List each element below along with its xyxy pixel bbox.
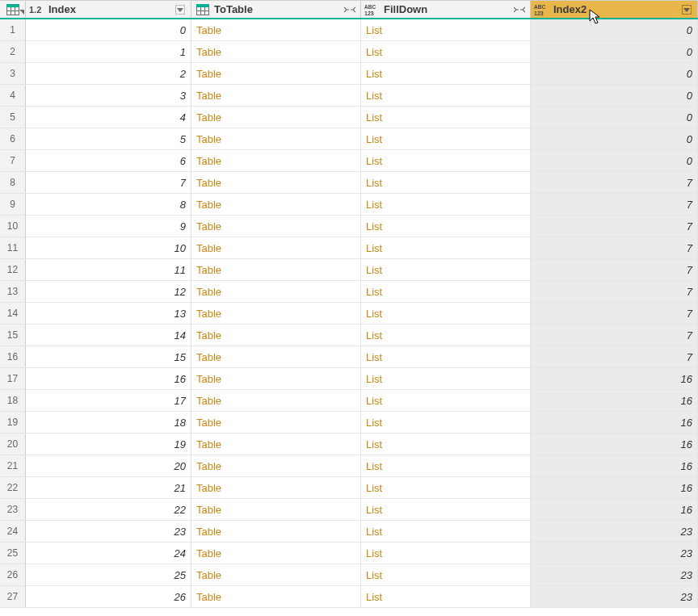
- cell-index[interactable]: 6: [26, 150, 191, 171]
- cell-totable[interactable]: Table: [191, 281, 361, 302]
- cell-index2[interactable]: 23: [531, 586, 698, 607]
- cell-filldown[interactable]: List: [361, 368, 531, 389]
- cell-index[interactable]: 10: [26, 237, 191, 258]
- table-row[interactable]: 1817TableList16: [0, 390, 698, 412]
- cell-filldown[interactable]: List: [361, 281, 531, 302]
- cell-filldown[interactable]: List: [361, 521, 531, 542]
- table-row[interactable]: 2726TableList23: [0, 586, 698, 608]
- table-row[interactable]: 98TableList7: [0, 194, 698, 216]
- filter-dropdown-button[interactable]: [679, 2, 694, 17]
- cell-index2[interactable]: 7: [531, 216, 698, 237]
- cell-filldown[interactable]: List: [361, 325, 531, 346]
- row-number[interactable]: 22: [0, 477, 26, 498]
- column-header-filldown[interactable]: ABC 123 FillDown: [361, 0, 531, 18]
- cell-totable[interactable]: Table: [191, 325, 361, 346]
- cell-filldown[interactable]: List: [361, 303, 531, 324]
- cell-index2[interactable]: 23: [531, 543, 698, 564]
- row-number[interactable]: 5: [0, 107, 26, 128]
- cell-totable[interactable]: Table: [191, 455, 361, 476]
- cell-index2[interactable]: 7: [531, 172, 698, 193]
- table-row[interactable]: 1716TableList16: [0, 368, 698, 390]
- row-number[interactable]: 25: [0, 543, 26, 564]
- row-number[interactable]: 13: [0, 281, 26, 302]
- table-row[interactable]: 2120TableList16: [0, 455, 698, 477]
- cell-totable[interactable]: Table: [191, 107, 361, 128]
- cell-index[interactable]: 3: [26, 85, 191, 106]
- cell-index[interactable]: 14: [26, 325, 191, 346]
- row-number[interactable]: 21: [0, 455, 26, 476]
- cell-totable[interactable]: Table: [191, 19, 361, 40]
- row-number[interactable]: 4: [0, 85, 26, 106]
- cell-filldown[interactable]: List: [361, 63, 531, 84]
- cell-totable[interactable]: Table: [191, 303, 361, 324]
- row-number[interactable]: 11: [0, 237, 26, 258]
- cell-index2[interactable]: 0: [531, 63, 698, 84]
- cell-index[interactable]: 7: [26, 172, 191, 193]
- cell-totable[interactable]: Table: [191, 41, 361, 62]
- cell-index2[interactable]: 7: [531, 303, 698, 324]
- row-number[interactable]: 23: [0, 499, 26, 520]
- cell-filldown[interactable]: List: [361, 41, 531, 62]
- cell-filldown[interactable]: List: [361, 543, 531, 564]
- row-number[interactable]: 7: [0, 150, 26, 171]
- table-row[interactable]: 2221TableList16: [0, 477, 698, 499]
- row-number[interactable]: 9: [0, 194, 26, 215]
- cell-index2[interactable]: 0: [531, 19, 698, 40]
- cell-index2[interactable]: 7: [531, 259, 698, 280]
- cell-totable[interactable]: Table: [191, 150, 361, 171]
- cell-filldown[interactable]: List: [361, 107, 531, 128]
- cell-totable[interactable]: Table: [191, 216, 361, 237]
- cell-index[interactable]: 0: [26, 19, 191, 40]
- cell-totable[interactable]: Table: [191, 390, 361, 411]
- cell-filldown[interactable]: List: [361, 128, 531, 149]
- cell-index[interactable]: 5: [26, 128, 191, 149]
- table-row[interactable]: 2019TableList16: [0, 434, 698, 455]
- cell-filldown[interactable]: List: [361, 412, 531, 433]
- row-number[interactable]: 10: [0, 216, 26, 237]
- row-number[interactable]: 6: [0, 128, 26, 149]
- cell-index2[interactable]: 0: [531, 41, 698, 62]
- cell-filldown[interactable]: List: [361, 586, 531, 607]
- cell-index[interactable]: 25: [26, 564, 191, 585]
- cell-totable[interactable]: Table: [191, 346, 361, 367]
- cell-filldown[interactable]: List: [361, 85, 531, 106]
- cell-filldown[interactable]: List: [361, 216, 531, 237]
- cell-totable[interactable]: Table: [191, 543, 361, 564]
- table-row[interactable]: 54TableList0: [0, 107, 698, 128]
- table-options-button[interactable]: [0, 0, 26, 18]
- cell-index[interactable]: 22: [26, 499, 191, 520]
- cell-index[interactable]: 18: [26, 412, 191, 433]
- column-header-index[interactable]: 1.2 Index: [26, 0, 191, 18]
- cell-filldown[interactable]: List: [361, 434, 531, 455]
- row-number[interactable]: 26: [0, 564, 26, 585]
- row-number[interactable]: 8: [0, 172, 26, 193]
- cell-filldown[interactable]: List: [361, 259, 531, 280]
- table-row[interactable]: 87TableList7: [0, 172, 698, 194]
- cell-index2[interactable]: 23: [531, 521, 698, 542]
- cell-index[interactable]: 11: [26, 259, 191, 280]
- table-row[interactable]: 1211TableList7: [0, 259, 698, 281]
- cell-index[interactable]: 2: [26, 63, 191, 84]
- column-header-index2[interactable]: ABC 123 Index2: [531, 0, 698, 18]
- cell-index[interactable]: 23: [26, 521, 191, 542]
- table-row[interactable]: 1312TableList7: [0, 281, 698, 303]
- cell-totable[interactable]: Table: [191, 237, 361, 258]
- row-number[interactable]: 27: [0, 586, 26, 607]
- cell-totable[interactable]: Table: [191, 564, 361, 585]
- cell-index2[interactable]: 16: [531, 390, 698, 411]
- table-row[interactable]: 1918TableList16: [0, 412, 698, 434]
- cell-index[interactable]: 21: [26, 477, 191, 498]
- cell-filldown[interactable]: List: [361, 172, 531, 193]
- cell-totable[interactable]: Table: [191, 128, 361, 149]
- table-row[interactable]: 10TableList0: [0, 19, 698, 41]
- cell-filldown[interactable]: List: [361, 499, 531, 520]
- cell-index[interactable]: 13: [26, 303, 191, 324]
- table-row[interactable]: 21TableList0: [0, 41, 698, 63]
- cell-index[interactable]: 15: [26, 346, 191, 367]
- cell-index2[interactable]: 23: [531, 564, 698, 585]
- cell-index2[interactable]: 16: [531, 368, 698, 389]
- row-number[interactable]: 15: [0, 325, 26, 346]
- cell-totable[interactable]: Table: [191, 477, 361, 498]
- table-row[interactable]: 65TableList0: [0, 128, 698, 150]
- cell-index2[interactable]: 0: [531, 107, 698, 128]
